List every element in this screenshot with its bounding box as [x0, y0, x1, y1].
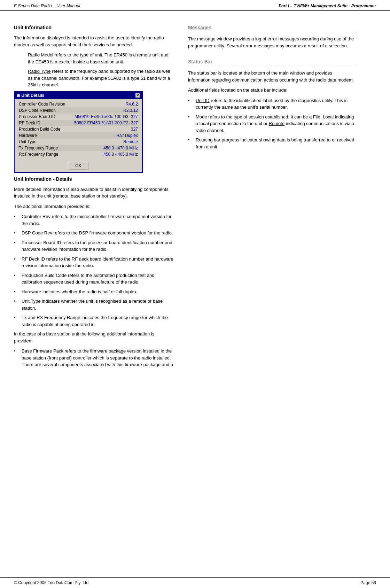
status-bar-p1: The status bar is located at the bottom … [188, 70, 355, 83]
dialog-row: RF Deck ID 50802-ER450-51A01-200-E2- 327 [17, 120, 139, 126]
bullet-icon: • [14, 256, 19, 263]
dialog-row-label: Unit Type [19, 139, 36, 144]
dialog-row-value: 50802-ER450-51A01-200-E2- 327 [74, 121, 138, 125]
radio-model-label: Radio Model [28, 52, 53, 57]
dialog-row: Controller Code Revision R4.6.2 [17, 101, 139, 107]
dialog-body: Controller Code Revision R4.6.2 DSP Code… [15, 99, 142, 160]
list-item: • DSP Code Rev refers to the DSP firmwar… [14, 230, 174, 237]
dialog-row-value: Remote [123, 139, 138, 144]
unit-details-dialog: ⊞ Unit Details ✕ Controller Code Revisio… [14, 91, 143, 173]
dialog-row-value: Half Duplex [116, 133, 138, 138]
last-bullet-text: Base Firmware Pack refers to the firmwar… [22, 348, 174, 368]
bullet-text: DSP Code Rev refers to the DSP firmware … [22, 230, 174, 237]
bullet-text: RF Deck ID refers to the RF deck board i… [22, 256, 174, 269]
page-header: E Series Data Radio – User Manual Part I… [0, 0, 390, 11]
list-item: • Hardware indicates whether the radio i… [14, 288, 174, 295]
radio-type-label: Radio Type [28, 69, 51, 74]
remote-label: Remote [269, 121, 285, 126]
bullet-icon: • [14, 272, 19, 279]
unit-info-heading: Unit Information [14, 25, 174, 30]
dialog-row: Processor Board ID M50819-Ex450-x00c-100… [17, 114, 139, 120]
dialog-row-label: Processor Board ID [19, 114, 55, 119]
dialog-close-button[interactable]: ✕ [135, 93, 140, 98]
list-item: • Processor Board ID refers to the proce… [14, 239, 174, 253]
footer-page-number: Page 53 [360, 580, 376, 585]
dialog-titlebar: ⊞ Unit Details ✕ [15, 92, 142, 99]
last-bullet-list: • Base Firmware Pack refers to the firmw… [14, 348, 174, 368]
bullet-text: Processor Board ID refers to the process… [22, 239, 174, 253]
dialog-row-value: R2.3.12 [123, 108, 138, 113]
list-item: • RF Deck ID refers to the RF deck board… [14, 256, 174, 269]
header-left-text: E Series Data Radio – User Manual [14, 3, 80, 8]
list-item: • Tx and RX Frequency Range indicates th… [14, 314, 174, 328]
messages-heading: Messages [188, 25, 355, 32]
dialog-row: Tx Frequency Range 450.0 - 470.0 MHz [17, 145, 139, 151]
status-bar-p2: Additional fields located on the status … [188, 87, 355, 94]
closing-para: In the case of a base station unit the f… [14, 331, 174, 344]
rotating-bar-label: Rotating bar [196, 137, 220, 142]
dialog-row-label: Controller Code Revision [19, 102, 65, 107]
list-item: • Mode refers to the type of session est… [188, 114, 355, 134]
radio-type-para: Radio Type refers to the frequency band … [28, 68, 174, 88]
mode-text: Mode refers to the type of session estab… [196, 114, 355, 134]
dialog-row: Unit Type Remote [17, 139, 139, 145]
bullet-text: Tx and RX Frequency Range indicates the … [22, 314, 174, 328]
unit-info-p1: The information displayed is intended to… [14, 34, 174, 48]
footer-copyright: © Copyright 2005 Trio DataCom Pty. Ltd. [14, 580, 89, 585]
bullet-icon: • [14, 239, 19, 246]
dialog-row-value: M50819-Ex450-x00c-100-G3- 327 [75, 114, 138, 119]
dialog-row-label: Rx Frequency Range [19, 152, 58, 157]
dialog-row: Production Build Code 327 [17, 126, 139, 132]
bullet-icon: • [14, 288, 19, 295]
dialog-row-label: Production Build Code [19, 127, 60, 132]
left-column: Unit Information The information display… [14, 25, 174, 371]
bullet-icon: • [188, 137, 193, 144]
local-label: Local [323, 114, 334, 119]
dialog-row-label: Hardware [19, 133, 37, 138]
unit-id-label: Unit ID [196, 98, 210, 103]
bullet-icon: • [188, 97, 193, 104]
bullet-text: Controller Rev refers to the microcontro… [22, 213, 174, 227]
unit-info-details-p1: More detailed information is also availa… [14, 186, 174, 200]
main-content: Unit Information The information display… [0, 11, 390, 392]
list-item: • Rotating bar progress indicator showin… [188, 137, 355, 150]
bullet-text: Unit Type indicates whether the unit is … [22, 298, 174, 311]
bullet-text: Hardware indicates whether the radio is … [22, 288, 174, 295]
unit-info-details-heading: Unit Information - Details [14, 176, 174, 182]
page-footer: © Copyright 2005 Trio DataCom Pty. Ltd. … [0, 577, 390, 588]
dialog-row-value: 327 [131, 127, 138, 132]
dialog-row-value: 450.0 - 470.0 MHz [103, 146, 138, 150]
bullet-icon: • [14, 298, 19, 305]
messages-para: The message window provides a log of err… [188, 36, 355, 49]
bullet-icon: • [14, 348, 19, 355]
unit-info-details-p2: The additional information provided is: [14, 203, 174, 210]
dialog-ok-row: OK [15, 160, 142, 172]
unit-id-text: Unit ID refers to the identification lab… [196, 97, 355, 111]
status-bar-section: Status Bar The status bar is located at … [188, 59, 355, 150]
right-column: Messages The message window provides a l… [188, 25, 355, 371]
dialog-row: Hardware Half Duplex [17, 132, 139, 139]
dialog-title: ⊞ Unit Details [17, 93, 44, 98]
header-right-text: Part I – TVIEW+ Management Suite - Progr… [279, 3, 376, 8]
list-item: • Base Firmware Pack refers to the firmw… [14, 348, 174, 368]
bullet-icon: • [188, 114, 193, 121]
dialog-row-label: RF Deck ID [19, 121, 40, 125]
file-label: File [313, 114, 320, 119]
dialog-ok-button[interactable]: OK [68, 162, 89, 170]
list-item: • Unit Type indicates whether the unit i… [14, 298, 174, 311]
list-item: • Production Build Code refers to the au… [14, 272, 174, 286]
list-item: • Unit ID refers to the identification l… [188, 97, 355, 111]
dialog-row-label: DSP Code Revision [19, 108, 56, 113]
list-item: • Controller Rev refers to the microcont… [14, 213, 174, 227]
details-bullet-list: • Controller Rev refers to the microcont… [14, 213, 174, 328]
status-bullet-list: • Unit ID refers to the identification l… [188, 97, 355, 150]
status-bar-heading: Status Bar [188, 59, 355, 66]
dialog-row-label: Tx Frequency Range [19, 146, 58, 150]
bullet-icon: • [14, 213, 19, 220]
bullet-icon: • [14, 230, 19, 237]
dialog-row-value: R4.6.2 [126, 102, 138, 107]
radio-model-para: Radio Model refers to the type of unit. … [28, 52, 174, 65]
dialog-row: Rx Frequency Range 450.0 - 465.0 MHz [17, 151, 139, 157]
dialog-row-value: 450.0 - 465.0 MHz [103, 152, 138, 157]
bullet-icon: • [14, 314, 19, 321]
